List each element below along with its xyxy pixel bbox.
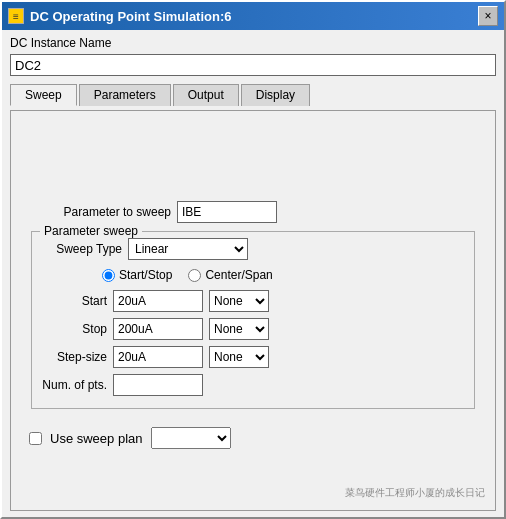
stepsize-label: Step-size — [42, 350, 107, 364]
tab-bar: Sweep Parameters Output Display — [10, 84, 496, 106]
tab-content-sweep: Parameter to sweep Parameter sweep Sweep… — [10, 110, 496, 511]
stepsize-row: Step-size NonemkM — [42, 346, 464, 368]
start-row: Start NonemkM — [42, 290, 464, 312]
start-unit-select[interactable]: NonemkM — [209, 290, 269, 312]
tab-output[interactable]: Output — [173, 84, 239, 106]
title-bar-left: ≡ DC Operating Point Simulation:6 — [8, 8, 232, 24]
window-title: DC Operating Point Simulation:6 — [30, 9, 232, 24]
sweep-type-label: Sweep Type — [42, 242, 122, 256]
close-button[interactable]: × — [478, 6, 498, 26]
param-to-sweep-row: Parameter to sweep — [51, 201, 485, 223]
instance-name-input[interactable] — [10, 54, 496, 76]
window-body: DC Instance Name Sweep Parameters Output… — [2, 30, 504, 517]
param-to-sweep-input[interactable] — [177, 201, 277, 223]
title-bar: ≡ DC Operating Point Simulation:6 × — [2, 2, 504, 30]
start-input[interactable] — [113, 290, 203, 312]
use-sweep-plan-checkbox[interactable] — [29, 432, 42, 445]
tab-sweep[interactable]: Sweep — [10, 84, 77, 106]
radio-center-span-label[interactable]: Center/Span — [188, 268, 272, 282]
stop-input[interactable] — [113, 318, 203, 340]
use-sweep-plan-row: Use sweep plan — [21, 423, 485, 453]
stepsize-input[interactable] — [113, 346, 203, 368]
sweep-type-row: Sweep Type Linear Decade Octave List — [42, 238, 464, 260]
use-sweep-plan-label: Use sweep plan — [50, 431, 143, 446]
radio-start-stop-label[interactable]: Start/Stop — [102, 268, 172, 282]
sweep-area: Parameter to sweep Parameter sweep Sweep… — [21, 201, 485, 453]
stop-unit-select[interactable]: NonemkM — [209, 318, 269, 340]
tab-display[interactable]: Display — [241, 84, 310, 106]
radio-start-stop[interactable] — [102, 269, 115, 282]
watermark: 菜鸟硬件工程师小厦的成长日记 — [21, 486, 485, 500]
param-sweep-group: Parameter sweep Sweep Type Linear Decade… — [31, 231, 475, 409]
numpts-input[interactable] — [113, 374, 203, 396]
app-icon: ≡ — [8, 8, 24, 24]
radio-row: Start/Stop Center/Span — [102, 268, 464, 282]
tab-parameters[interactable]: Parameters — [79, 84, 171, 106]
stepsize-unit-select[interactable]: NonemkM — [209, 346, 269, 368]
numpts-row: Num. of pts. — [42, 374, 464, 396]
sweep-plan-select[interactable] — [151, 427, 231, 449]
param-sweep-legend: Parameter sweep — [40, 224, 142, 238]
stop-label: Stop — [42, 322, 107, 336]
stop-row: Stop NonemkM — [42, 318, 464, 340]
param-to-sweep-label: Parameter to sweep — [51, 205, 171, 219]
sweep-type-select[interactable]: Linear Decade Octave List — [128, 238, 248, 260]
radio-center-span[interactable] — [188, 269, 201, 282]
start-label: Start — [42, 294, 107, 308]
numpts-label: Num. of pts. — [42, 378, 107, 392]
instance-name-label: DC Instance Name — [10, 36, 496, 50]
main-window: ≡ DC Operating Point Simulation:6 × DC I… — [0, 0, 506, 519]
